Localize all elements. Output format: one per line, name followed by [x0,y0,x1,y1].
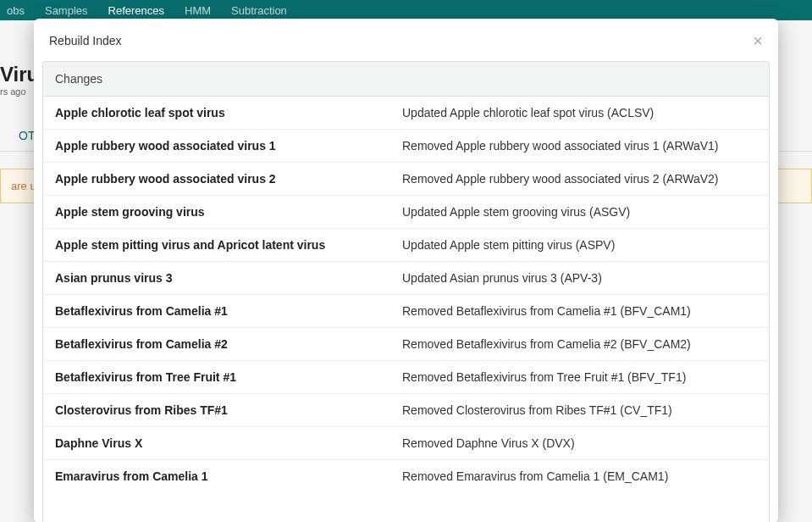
change-name: Betaflexivirus from Camelia #2 [55,337,402,351]
nav-jobs[interactable]: obs [7,4,25,17]
change-row: Apple stem pitting virus and Apricot lat… [43,229,769,262]
change-row: Betaflexivirus from Camelia #2Removed Be… [43,328,769,361]
change-description: Removed Emaravirus from Camelia 1 (EM_CA… [402,469,757,483]
change-row: Asian prunus virus 3Updated Asian prunus… [43,262,769,295]
change-row: Betaflexivirus from Tree Fruit #1Removed… [43,361,769,394]
nav-samples[interactable]: Samples [45,4,88,17]
change-name: Apple rubbery wood associated virus 1 [55,139,402,153]
change-description: Updated Apple stem pitting virus (ASPV) [402,238,757,252]
change-row: Closterovirus from Ribes TF#1Removed Clo… [43,394,769,427]
nav-references[interactable]: References [108,4,164,17]
change-name: Asian prunus virus 3 [55,271,402,285]
change-name: Betaflexivirus from Camelia #1 [55,304,402,318]
change-name: Closterovirus from Ribes TF#1 [55,403,402,417]
changes-list[interactable]: Apple chlorotic leaf spot virusUpdated A… [42,97,770,522]
close-icon[interactable]: × [753,32,763,49]
change-row: Emaravirus from Camelia 1Removed Emaravi… [43,460,769,492]
change-row: Betaflexivirus from Camelia #1Removed Be… [43,295,769,328]
change-name: Apple chlorotic leaf spot virus [55,106,402,119]
nav-subtraction[interactable]: Subtraction [231,4,287,17]
change-row: Apple rubbery wood associated virus 1Rem… [43,130,769,163]
change-name: Apple rubbery wood associated virus 2 [55,172,402,186]
change-description: Removed Closterovirus from Ribes TF#1 (C… [402,403,757,417]
change-row: Daphne Virus XRemoved Daphne Virus X (DV… [43,427,769,460]
change-name: Betaflexivirus from Tree Fruit #1 [55,370,402,384]
change-name: Apple stem grooving virus [55,205,402,219]
change-description: Removed Betaflexivirus from Camelia #2 (… [402,337,757,351]
modal-header: Rebuild Index × [34,19,778,61]
modal-title: Rebuild Index [49,34,122,47]
change-description: Removed Betaflexivirus from Camelia #1 (… [402,304,757,318]
change-description: Updated Asian prunus virus 3 (APV-3) [402,271,757,285]
rebuild-index-modal: Rebuild Index × Changes Apple chlorotic … [34,19,778,522]
change-row: Apple chlorotic leaf spot virusUpdated A… [43,97,769,130]
change-description: Updated Apple stem grooving virus (ASGV) [402,205,757,219]
change-name: Apple stem pitting virus and Apricot lat… [55,238,402,252]
nav-hmm[interactable]: HMM [185,4,211,17]
change-description: Removed Apple rubbery wood associated vi… [402,139,757,153]
change-row: Apple rubbery wood associated virus 2Rem… [43,163,769,196]
change-name: Daphne Virus X [55,436,402,450]
top-nav: obs Samples References HMM Subtraction [0,0,812,20]
change-row: Apple stem grooving virusUpdated Apple s… [43,196,769,229]
change-description: Removed Betaflexivirus from Tree Fruit #… [402,370,757,384]
change-name: Emaravirus from Camelia 1 [55,469,402,483]
changes-header: Changes [42,61,770,97]
change-description: Removed Apple rubbery wood associated vi… [402,172,757,186]
change-description: Updated Apple chlorotic leaf spot virus … [402,106,757,119]
change-description: Removed Daphne Virus X (DVX) [402,436,757,450]
